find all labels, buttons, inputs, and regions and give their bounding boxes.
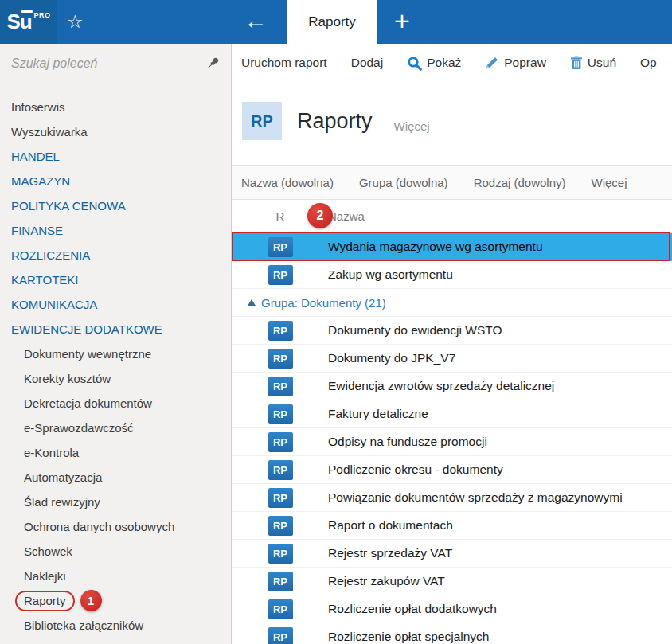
main-panel: Uruchom raportDodajPokażPoprawUsuńOp RP … [232,44,672,644]
table-row-rozliczenie-op-at-specjalnych[interactable]: RPRozliczenie opłat specjalnych [232,623,672,644]
sidebar-item-polityka-cenowa[interactable]: POLITYKA CENOWA [0,193,231,218]
report-icon-cell: RP [232,460,328,480]
table-row-dokumenty-do-jpk-v7[interactable]: RPDokumenty do JPK_V7 [232,345,672,373]
header-more-link[interactable]: Więcej [394,119,430,133]
rp-report-icon: RP [268,265,293,285]
report-icon-cell: RP [232,516,328,536]
toolbar-button-uruchom-raport[interactable]: Uruchom raport [241,56,327,70]
sidebar-item-magazyn[interactable]: MAGAZYN [0,169,231,193]
toolbar-button-poka[interactable]: Pokaż [407,56,461,71]
table-row-rejestr-sprzeda-y-vat[interactable]: RPRejestr sprzedaży VAT [232,540,672,568]
filter-rodzaj-dowolny[interactable]: Rodzaj (dowolny) [474,176,566,189]
sidebar-item-label: e-Kontrola [24,446,79,459]
sidebar-item-dekretacja-dokument-w[interactable]: Dekretacja dokumentów [0,391,231,416]
module-header: RP Raporty Więcej [242,101,672,141]
table-row-zakup-wg-asortymentu[interactable]: RPZakup wg asortymentu [232,261,672,289]
annotation-badge-2: 2 [307,203,333,228]
annotation-badge-1: 1 [80,590,102,611]
sidebar-item-label: POLITYKA CENOWA [11,199,126,213]
report-name: Rejestr zakupów VAT [328,574,672,588]
module-tile-icon: RP [242,102,282,140]
sidebar-item-label: Raporty [15,591,75,611]
rp-report-icon: RP [268,237,293,257]
report-name: Rozliczenie opłat specjalnych [328,630,672,644]
report-name: Rejestr sprzedaży VAT [328,546,672,560]
table-row-wydania-magazynowe-wg-asortymentu[interactable]: RPWydania magazynowe wg asortymentu [232,233,672,261]
sidebar-item-raporty[interactable]: Raporty1 [0,588,231,613]
sidebar-item-label: KARTOTEKI [11,273,78,287]
command-search-input[interactable] [0,44,231,84]
table-row-podliczenie-okresu-dokumenty[interactable]: RPPodliczenie okresu - dokumenty [232,456,672,484]
grid-column-header: R Nazwa 2 [232,200,672,233]
toolbar-button-op[interactable]: Op [640,56,657,70]
app-logo-block: Su PRO [0,0,57,44]
table-row-ewidencja-zwrot-w-sprzeda-y-detalicznej[interactable]: RPEwidencja zwrotów sprzedaży detaliczne… [232,373,672,400]
sidebar-item-rozliczenia[interactable]: ROZLICZENIA [0,243,231,267]
sidebar-item-schowek[interactable]: Schowek [0,539,231,564]
table-row-odpisy-na-fundusze-promocji[interactable]: RPOdpisy na fundusze promocji [232,428,672,456]
sidebar-item-label: Korekty kosztów [24,372,111,385]
sidebar-item-dokumenty-wewn-trzne[interactable]: Dokumenty wewnętrzne [0,342,231,366]
toolbar-button-popraw[interactable]: Popraw [485,56,546,70]
filter-grupa-dowolna[interactable]: Grupa (dowolna) [359,176,448,189]
sidebar-item-naklejki[interactable]: Naklejki [0,564,231,588]
sidebar-item-e-sprawozdawczo[interactable]: e-Sprawozdawczość [0,416,231,440]
report-name: Podliczenie okresu - dokumenty [328,463,672,477]
pin-icon[interactable] [205,56,221,74]
rp-report-icon: RP [268,349,293,369]
sidebar-item-label: Naklejki [24,569,66,583]
toolbar-button-dodaj[interactable]: Dodaj [351,56,384,70]
sidebar-item-wyszukiwarka[interactable]: Wyszukiwarka [0,119,231,144]
sidebar-item-e-kontrola[interactable]: e-Kontrola [0,440,231,465]
report-name: Faktury detaliczne [328,407,672,421]
sidebar-menu: InfoserwisWyszukiwarkaHANDELMAGAZYNPOLIT… [0,95,231,638]
column-header-nazwa[interactable]: Nazwa [328,209,365,223]
report-icon-cell: RP [232,432,328,452]
rp-report-icon: RP [268,544,293,564]
sidebar-item-handel[interactable]: HANDEL [0,144,231,169]
favorites-star-icon[interactable]: ☆ [67,10,84,33]
table-row-rozliczenie-op-at-dodatkowych[interactable]: RPRozliczenie opłat dodatkowych [232,595,672,623]
sidebar-item-ewidencje-dodatkowe[interactable]: EWIDENCJE DODATKOWE [0,317,231,342]
group-collapse-icon[interactable] [248,299,256,306]
tab-label: Raporty [308,14,356,30]
sidebar-item-korekty-koszt-w[interactable]: Korekty kosztów [0,366,231,391]
rp-report-icon: RP [268,516,293,536]
sidebar-item-biblioteka-za-cznik-w[interactable]: Biblioteka załączników [0,613,231,638]
report-name: Odpisy na fundusze promocji [328,435,672,449]
sidebar-item-infoserwis[interactable]: Infoserwis [0,95,231,119]
sidebar-item-lad-rewizyjny[interactable]: Ślad rewizyjny [0,490,231,514]
report-icon-cell: RP [232,377,328,396]
sidebar-item-kartoteki[interactable]: KARTOTEKI [0,267,231,292]
toolbar-button-label: Uruchom raport [241,56,327,70]
sidebar-item-label: ROZLICZENIA [11,248,90,262]
sidebar-item-label: HANDEL [11,150,60,163]
table-row-faktury-detaliczne[interactable]: RPFaktury detaliczne [232,400,672,428]
sidebar-item-label: MAGAZYN [11,174,70,188]
new-tab-plus-icon[interactable]: + [394,4,410,37]
table-row-powi-zanie-dokument-w-sprzeda-y-z-magazynowymi[interactable]: RPPowiązanie dokumentów sprzedaży z maga… [232,484,672,512]
rp-report-icon: RP [268,572,293,591]
toolbar-button-label: Op [640,56,657,70]
table-row-rejestr-zakup-w-vat[interactable]: RPRejestr zakupów VAT [232,568,672,595]
report-icon-cell: RP [232,572,328,591]
app-window: Su PRO ☆ ← Raporty + Infoser [0,0,672,644]
report-icon-cell: RP [232,627,328,644]
sidebar-item-automatyzacja[interactable]: Automatyzacja [0,465,231,490]
toolbar-button-label: Usuń [588,56,616,70]
report-name: Ewidencja zwrotów sprzedaży detalicznej [328,379,672,393]
table-row-raport-o-dokumentach[interactable]: RPRaport o dokumentach [232,512,672,540]
filter-nazwa-dowolna[interactable]: Nazwa (dowolna) [241,176,334,189]
table-row-dokumenty-do-ewidencji-wsto[interactable]: RPDokumenty do ewidencji WSTO [232,317,672,345]
rp-report-icon: RP [268,377,293,396]
group-row-label: Grupa: Dokumenty (21) [261,296,386,310]
sidebar-item-ochrona-danych-osobowych[interactable]: Ochrona danych osobowych [0,514,231,539]
back-arrow-icon[interactable]: ← [244,7,268,34]
sidebar-item-finanse[interactable]: FINANSE [0,218,231,243]
group-row-grupa-dokumenty-21[interactable]: Grupa: Dokumenty (21) [232,289,672,317]
sidebar-item-komunikacja[interactable]: KOMUNIKACJA [0,292,231,317]
search-icon [407,56,422,71]
filter-wi-cej[interactable]: Więcej [592,176,627,189]
toolbar-button-usu[interactable]: Usuń [570,56,616,70]
tab-raporty[interactable]: Raporty [287,0,377,44]
